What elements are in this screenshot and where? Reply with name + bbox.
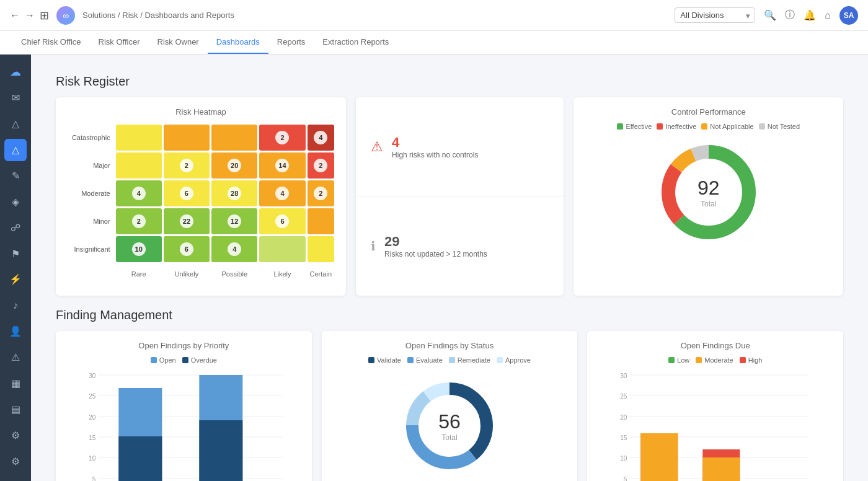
heatmap-cell[interactable]: 2: [259, 125, 305, 151]
sidebar-item-flag[interactable]: ⚑: [4, 242, 27, 265]
heatmap-cell[interactable]: 10: [116, 236, 162, 262]
svg-text:15: 15: [89, 435, 96, 441]
heatmap-cell[interactable]: [116, 152, 162, 179]
heatmap-cell[interactable]: [259, 236, 305, 262]
sidebar-item-cloud[interactable]: ☁: [4, 61, 27, 83]
bell-icon[interactable]: 🔔: [804, 9, 816, 21]
heatmap-cell[interactable]: 2: [116, 208, 162, 234]
grid-icon[interactable]: ⊞: [40, 9, 49, 22]
validate-dot: [368, 357, 374, 363]
legend-evaluate: Evaluate: [407, 356, 443, 364]
avatar[interactable]: SA: [839, 6, 858, 25]
subnav-dashboards[interactable]: Dashboards: [208, 31, 268, 54]
forward-icon[interactable]: →: [25, 10, 35, 21]
legend-approve: Approve: [497, 356, 531, 364]
sidebar-item-diamond[interactable]: ◈: [4, 190, 27, 213]
heatmap-cell[interactable]: 4: [211, 236, 257, 262]
heatmap-cell-value: 4: [132, 187, 146, 200]
heatmap-cell[interactable]: 4: [308, 125, 335, 151]
heatmap-cell[interactable]: [164, 125, 210, 151]
subnav-risk-officer[interactable]: Risk Officer: [90, 31, 149, 54]
heatmap-cell-value: 6: [180, 187, 193, 200]
heatmap-cell[interactable]: [308, 236, 335, 262]
sidebar-item-warn[interactable]: ⚠: [4, 346, 27, 369]
control-total-label: Total: [698, 200, 720, 208]
heatmap-table: Catastrophic24Major220142Moderate462842M…: [66, 123, 336, 286]
sidebar-item-alert1[interactable]: △: [4, 113, 27, 135]
outdated-risks-number: 29: [384, 234, 487, 250]
heatmap-cell[interactable]: 20: [211, 152, 257, 179]
sidebar-item-globe[interactable]: ☍: [4, 216, 27, 239]
heatmap-cell[interactable]: 2: [308, 152, 335, 179]
sidebar-item-person[interactable]: 👤: [4, 320, 27, 343]
heatmap-cell[interactable]: [308, 208, 335, 234]
heatmap-card: Risk Heatmap Catastrophic24Major220142Mo…: [56, 97, 346, 296]
moderate-overdue-bar: [118, 436, 162, 481]
heatmap-cell[interactable]: [211, 125, 257, 151]
heatmap-cell-value: 4: [228, 242, 241, 256]
legend-validate: Validate: [368, 356, 401, 364]
findings-due-card: Open Findings Due Low Moderate High 30 2…: [587, 331, 843, 481]
open-dot: [151, 357, 157, 363]
heatmap-cell-value: 14: [275, 159, 289, 172]
sidebar-item-bar[interactable]: ▬: [4, 476, 27, 481]
findings-due-chart: 30 25 20 15 10 5: [597, 369, 833, 481]
sidebar-item-edit[interactable]: ✎: [4, 165, 27, 187]
findings-status-card: Open Findings by Status Validate Evaluat…: [322, 331, 578, 481]
moderate-due-dot: [696, 357, 702, 363]
heatmap-cell[interactable]: 6: [164, 180, 210, 206]
heatmap-cell[interactable]: 4: [259, 180, 305, 206]
search-icon[interactable]: 🔍: [764, 9, 776, 21]
legend-ineffective: Ineffective: [657, 123, 696, 130]
heatmap-cell[interactable]: [116, 125, 162, 151]
legend-moderate-due: Moderate: [696, 356, 733, 364]
alert-high-risks-text: 4 High risks with no controls: [392, 135, 478, 159]
sidebar-item-gear1[interactable]: ⚙: [4, 424, 27, 446]
topbar: ← → ⊞ ∞ Solutions / Risk / Dashboards an…: [0, 0, 868, 31]
findings-status-legend: Validate Evaluate Remediate Approve: [332, 356, 568, 364]
subnav-risk-owner[interactable]: Risk Owner: [149, 31, 208, 54]
not-applicable-dot: [701, 123, 707, 130]
findings-due-legend: Low Moderate High: [597, 356, 833, 364]
heatmap-cell[interactable]: 2: [164, 152, 210, 179]
heatmap-cell[interactable]: 22: [164, 208, 210, 234]
division-selector[interactable]: All Divisions: [675, 7, 755, 23]
sidebar-item-list[interactable]: ▤: [4, 398, 27, 420]
sidebar-item-table[interactable]: ▦: [4, 373, 27, 395]
sidebar-item-gear2[interactable]: ⚙: [4, 450, 27, 472]
heatmap-cell-value: 2: [180, 159, 193, 172]
heatmap-cell[interactable]: 6: [259, 208, 305, 234]
sidebar-item-mail[interactable]: ✉: [4, 87, 27, 109]
subnav-reports[interactable]: Reports: [268, 31, 314, 54]
help-icon[interactable]: ⓘ: [785, 9, 795, 22]
heatmap-cell[interactable]: 28: [211, 180, 257, 206]
svg-text:15: 15: [621, 435, 628, 441]
sidebar-item-alert2[interactable]: △: [4, 139, 27, 161]
heatmap-cell[interactable]: 14: [259, 152, 305, 179]
home-icon[interactable]: ⌂: [825, 10, 831, 21]
sidebar-item-lightning[interactable]: ⚡: [4, 268, 27, 291]
subnav-extraction-reports[interactable]: Extraction Reports: [314, 31, 397, 54]
heatmap-cell[interactable]: 6: [164, 236, 210, 262]
svg-text:10: 10: [89, 455, 96, 462]
not-tested-dot: [759, 123, 765, 130]
sidebar-item-note[interactable]: ♪: [4, 294, 27, 317]
subnav-chief-risk-office[interactable]: Chief Risk Office: [12, 31, 90, 54]
heatmap-cell-value: 20: [228, 159, 241, 172]
legend-overdue: Overdue: [182, 356, 217, 364]
legend-low: Low: [668, 356, 689, 364]
alert-outdated-risks[interactable]: ℹ 29 Risks not updated > 12 months: [356, 197, 564, 296]
overdue-moderate-bar: [641, 433, 678, 481]
alert-high-risks[interactable]: ⚠ 4 High risks with no controls: [356, 97, 564, 197]
division-dropdown[interactable]: All Divisions: [675, 7, 755, 23]
breadcrumb: Solutions / Risk / Dashboards and Report…: [82, 11, 667, 20]
heatmap-cell-value: 6: [180, 242, 193, 256]
svg-text:10: 10: [621, 455, 628, 462]
heatmap-cell[interactable]: 2: [308, 180, 335, 206]
back-icon[interactable]: ←: [10, 10, 20, 21]
heatmap-cell[interactable]: 4: [116, 180, 162, 206]
findings-due-title: Open Findings Due: [597, 341, 833, 350]
heatmap-cell[interactable]: 12: [211, 208, 257, 234]
heatmap-row-label: Moderate: [68, 180, 114, 206]
legend-effective: Effective: [617, 123, 652, 130]
